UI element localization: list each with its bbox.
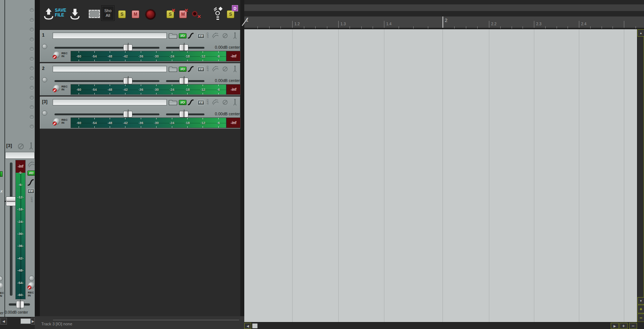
solo-button[interactable]: S xyxy=(118,10,126,18)
volume-slider[interactable] xyxy=(54,80,159,82)
record-input-icon[interactable] xyxy=(53,85,60,91)
record-input-icon[interactable] xyxy=(53,118,60,125)
envelope-curve-icon[interactable] xyxy=(188,99,194,106)
scroll-down-button[interactable]: ▼ xyxy=(637,297,644,304)
io-button[interactable]: I/O xyxy=(179,100,187,105)
hand-icon[interactable] xyxy=(211,99,219,105)
clear-record-arm-button[interactable] xyxy=(192,11,197,16)
meter-scale-label: -36 xyxy=(133,51,148,61)
horizontal-zoom-out-button[interactable]: − xyxy=(629,323,637,329)
mixer-scroll-thumb[interactable] xyxy=(20,318,31,324)
scroll-up-button[interactable]: ▲ xyxy=(637,29,644,37)
track-panel[interactable]: 1 I/O FX OFF 0.00d xyxy=(40,30,240,62)
record-arm-circle[interactable] xyxy=(42,77,47,82)
ruler-beat-line xyxy=(338,21,339,28)
folder-icon[interactable] xyxy=(169,67,177,72)
mixer-scale-label: -24- xyxy=(16,220,25,224)
mixer-io-button[interactable]: I/O xyxy=(27,171,35,176)
marquee-select-button[interactable] xyxy=(89,10,100,18)
show-all-button[interactable]: ShoAll xyxy=(101,5,114,21)
vertical-zoom-out-button[interactable]: − xyxy=(637,314,644,322)
mixer-volume-fader-handle[interactable] xyxy=(6,197,16,206)
vertical-scrollbar[interactable]: ▲ ▼ + − xyxy=(637,29,644,322)
track-panel[interactable]: 2 I/O FX OFF 0.00d xyxy=(40,63,240,96)
phase-icon[interactable] xyxy=(17,143,25,150)
track-name-field[interactable] xyxy=(53,99,167,105)
ruler-minor-tick xyxy=(257,26,258,29)
mixer-scrollbar: ◀ ▶ xyxy=(0,317,35,325)
ruler-label: 2.4 xyxy=(581,22,587,26)
track-number: 1 xyxy=(42,33,45,38)
io-button[interactable]: I/O xyxy=(179,67,187,72)
folder-icon[interactable] xyxy=(169,33,177,39)
mic-stand-icon[interactable] xyxy=(29,142,33,150)
rec-in-label: RECIN xyxy=(61,52,68,58)
io-button[interactable]: I/O xyxy=(179,33,187,38)
envelope-curve-icon[interactable] xyxy=(188,66,194,72)
mixer-scroll-left-button[interactable]: ◀ xyxy=(0,318,7,325)
phase-icon[interactable] xyxy=(222,99,228,105)
horizontal-scroll-thumb[interactable] xyxy=(252,324,257,328)
track-name-field[interactable] xyxy=(53,66,167,72)
hand-icon[interactable] xyxy=(27,161,35,168)
pan-slider-handle[interactable] xyxy=(179,78,188,84)
fx-button[interactable]: FX xyxy=(197,67,204,72)
mic-stand-icon[interactable] xyxy=(233,98,237,106)
track-panel[interactable]: [3] I/O FX OFF 0.0 xyxy=(40,97,240,129)
record-input-icon[interactable] xyxy=(28,282,35,289)
hand-icon[interactable] xyxy=(211,32,219,39)
strip-ring xyxy=(30,66,34,71)
mute-button[interactable]: M xyxy=(132,10,139,18)
horizontal-zoom-in-button[interactable]: + xyxy=(619,323,628,329)
fx-button[interactable]: FX xyxy=(197,100,204,105)
envelope-curve-icon[interactable] xyxy=(188,32,194,39)
arrange-grid[interactable] xyxy=(244,29,637,322)
volume-slider-handle[interactable] xyxy=(123,111,132,117)
volume-slider[interactable] xyxy=(54,113,159,115)
volume-slider[interactable] xyxy=(54,47,159,49)
track-meter-peak: -inf xyxy=(226,117,241,128)
ruler-minor-tick xyxy=(269,26,270,29)
vertical-zoom-in-button[interactable]: + xyxy=(637,305,644,313)
mixer-pan-handle[interactable] xyxy=(16,301,24,308)
track-meter: -60-54-48-42-36-30-24-18-12-6 xyxy=(71,117,226,128)
mic-stand-icon[interactable] xyxy=(233,65,237,72)
mixer-scale-label: -54- xyxy=(16,281,25,285)
solo-defeat-button[interactable]: S xyxy=(227,10,234,18)
mixer-record-arm-button[interactable] xyxy=(29,276,34,281)
volume-slider-handle[interactable] xyxy=(123,44,132,51)
save-file-button[interactable]: SAVEFILE xyxy=(55,8,66,18)
record-arm-button[interactable] xyxy=(146,10,155,19)
ruler-minor-tick xyxy=(602,26,602,29)
phase-icon[interactable] xyxy=(222,33,228,39)
arrange-area: 1 1.21.31.422.22.32.4 ▲ ▼ + − ◀ ▶ + − xyxy=(244,0,644,329)
record-arm-circle[interactable] xyxy=(42,44,47,49)
timeline-ruler[interactable]: 1 1.21.31.422.22.32.4 xyxy=(244,16,644,29)
track-name-field[interactable] xyxy=(53,33,167,39)
mixer-track-name-field[interactable] xyxy=(5,152,35,159)
load-file-button[interactable] xyxy=(43,7,54,20)
mixer-fx-button[interactable]: FX xyxy=(27,188,34,194)
record-arm-circle[interactable] xyxy=(42,111,47,116)
horizontal-scrollbar[interactable]: ◀ ▶ + − xyxy=(244,322,644,329)
scroll-left-button[interactable]: ◀ xyxy=(244,323,251,329)
import-file-button[interactable] xyxy=(69,7,80,20)
pan-slider-handle[interactable] xyxy=(179,44,188,51)
fx-button[interactable]: FX xyxy=(197,33,204,38)
record-input-icon[interactable] xyxy=(53,52,60,58)
hand-icon[interactable] xyxy=(211,66,219,72)
arrange-divider[interactable] xyxy=(240,0,244,329)
routing-matrix-button[interactable] xyxy=(213,7,223,20)
phase-icon[interactable] xyxy=(222,66,228,72)
envelope-curve-icon[interactable] xyxy=(27,179,34,186)
strip-ring xyxy=(30,47,34,51)
folder-icon[interactable] xyxy=(169,100,177,105)
pan-slider-handle[interactable] xyxy=(179,111,188,117)
scroll-right-button[interactable]: ▶ xyxy=(611,323,619,329)
volume-slider-handle[interactable] xyxy=(123,78,132,84)
mixer-scroll-right-button[interactable]: ▶ xyxy=(31,318,35,325)
meter-scale-label: -42 xyxy=(117,85,133,94)
mixer-volume-fader[interactable] xyxy=(10,162,12,296)
mic-stand-icon[interactable] xyxy=(233,32,237,39)
meter-scale-label: -18 xyxy=(180,85,195,94)
